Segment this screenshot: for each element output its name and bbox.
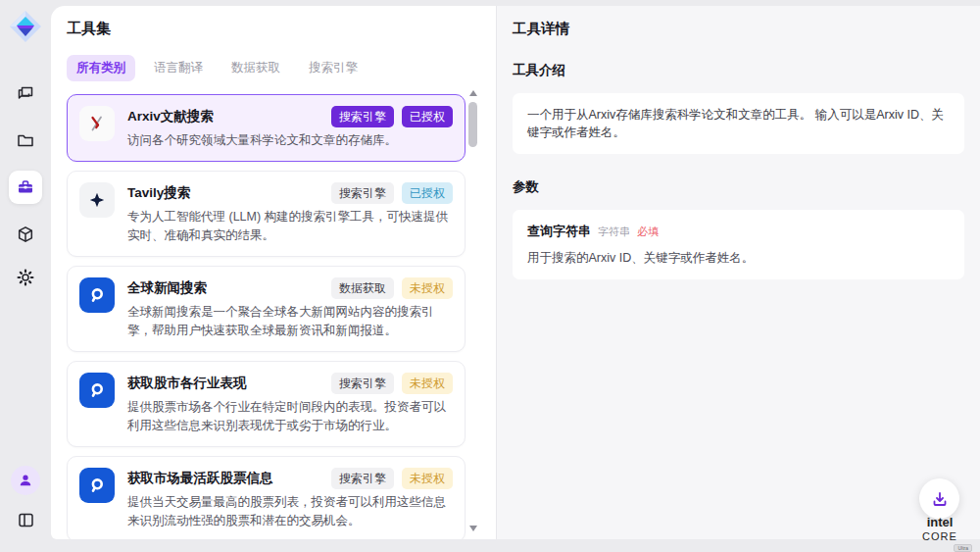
download-button[interactable] (919, 478, 959, 519)
param-required-flag: 必填 (637, 223, 659, 240)
category-badge: 数据获取 (331, 277, 394, 299)
gear-nav-icon[interactable] (9, 261, 42, 294)
tool-card-global-news[interactable]: 全球新闻搜索 数据获取 未授权 全球新闻搜索是一个聚合全球各大新闻网站内容的搜索… (67, 266, 466, 352)
category-badge: 搜索引擎 (331, 373, 394, 394)
juhe-q-icon (79, 373, 115, 408)
auth-badge: 未授权 (402, 468, 453, 489)
tool-card-tavily[interactable]: Tavily搜索 搜索引擎 已授权 专为人工智能代理 (LLM) 构建的搜索引擎… (67, 171, 466, 257)
tool-name: Arxiv文献搜索 (127, 108, 214, 125)
param-card: 查询字符串 字符串 必填 用于搜索的Arxiv ID、关键字或作者姓名。 (513, 210, 964, 279)
params-section-title: 参数 (513, 178, 964, 196)
detail-title: 工具详情 (513, 20, 964, 38)
folder-nav-icon[interactable] (9, 124, 42, 157)
toolbox-nav-icon-active[interactable] (9, 171, 42, 204)
tab-data-acquisition[interactable]: 数据获取 (221, 55, 290, 81)
tool-intro-card: 一个用于从Arxiv存储库搜索科学论文和文章的工具。 输入可以是Arxiv ID… (513, 93, 964, 154)
tool-description: 提供股票市场各个行业在特定时间段内的表现。投资者可以利用这些信息来识别表现优于或… (127, 398, 453, 435)
ultra-badge: Ultra (954, 544, 972, 552)
sparkle-icon (79, 182, 115, 218)
main-content: 工具集 所有类别 语言翻译 数据获取 搜索引擎 Arxiv文献搜索 (51, 6, 980, 539)
tool-detail-panel: 工具详情 工具介绍 一个用于从Arxiv存储库搜索科学论文和文章的工具。 输入可… (496, 6, 980, 539)
chat-nav-icon[interactable] (9, 76, 42, 110)
tab-language-translation[interactable]: 语言翻译 (144, 55, 213, 81)
intel-core-logo: intel core Ultra (907, 515, 972, 552)
tab-search-engine[interactable]: 搜索引擎 (299, 55, 368, 81)
tool-description: 访问各个研究领域大量科学论文和文章的存储库。 (127, 131, 453, 150)
juhe-q-icon (79, 277, 115, 313)
intel-brand-text: intel (927, 515, 954, 529)
param-type: 字符串 (598, 223, 630, 240)
tool-description: 提供当天交易量最高的股票列表，投资者可以利用这些信息来识别流动性强的股票和潜在的… (127, 493, 453, 530)
auth-badge: 已授权 (402, 182, 453, 204)
core-brand-text: core (922, 530, 957, 542)
tool-list-title: 工具集 (67, 20, 496, 38)
arxiv-x-icon (79, 106, 115, 141)
collapse-sidebar-icon[interactable] (9, 503, 42, 536)
tool-description: 全球新闻搜索是一个聚合全球各大新闻网站内容的搜索引擎，帮助用户快速获取全球最新资… (127, 303, 453, 340)
scroll-down-arrow-icon[interactable] (469, 526, 477, 531)
tool-card-list: Arxiv文献搜索 搜索引擎 已授权 访问各个研究领域大量科学论文和文章的存储库… (67, 94, 466, 539)
category-badge: 搜索引擎 (331, 468, 394, 489)
tool-card-stock-sectors[interactable]: 获取股市各行业表现 搜索引擎 未授权 提供股票市场各个行业在特定时间段内的表现。… (67, 361, 466, 447)
list-scrollbar[interactable] (468, 86, 477, 535)
scroll-up-arrow-icon[interactable] (469, 90, 477, 96)
auth-badge: 已授权 (402, 106, 453, 127)
scrollbar-thumb[interactable] (468, 102, 477, 147)
app-logo-icon (9, 10, 42, 43)
category-badge: 搜索引擎 (331, 106, 394, 127)
left-rail (0, 0, 51, 552)
tool-name: 全球新闻搜索 (127, 279, 207, 297)
tool-name: 获取市场最活跃股票信息 (127, 470, 273, 487)
tool-description: 专为人工智能代理 (LLM) 构建的搜索引擎工具，可快速提供实时、准确和真实的结… (127, 208, 453, 245)
download-icon (930, 489, 950, 509)
cube-nav-icon[interactable] (9, 218, 42, 251)
param-description: 用于搜索的Arxiv ID、关键字或作者姓名。 (527, 249, 950, 267)
category-badge: 搜索引擎 (331, 182, 394, 204)
juhe-q-icon (79, 468, 115, 503)
param-name: 查询字符串 (527, 223, 591, 240)
tool-list-panel: 工具集 所有类别 语言翻译 数据获取 搜索引擎 Arxiv文献搜索 (51, 6, 496, 539)
tool-name: 获取股市各行业表现 (127, 375, 247, 392)
auth-badge: 未授权 (402, 277, 453, 299)
category-tabs: 所有类别 语言翻译 数据获取 搜索引擎 (67, 55, 496, 81)
intro-section-title: 工具介绍 (513, 62, 964, 79)
user-avatar[interactable] (11, 466, 40, 495)
tab-all-categories[interactable]: 所有类别 (67, 55, 135, 81)
tool-name: Tavily搜索 (127, 184, 190, 202)
auth-badge: 未授权 (402, 373, 453, 394)
tool-card-active-stocks[interactable]: 获取市场最活跃股票信息 搜索引擎 未授权 提供当天交易量最高的股票列表，投资者可… (67, 456, 466, 539)
tool-card-arxiv[interactable]: Arxiv文献搜索 搜索引擎 已授权 访问各个研究领域大量科学论文和文章的存储库… (67, 94, 466, 162)
